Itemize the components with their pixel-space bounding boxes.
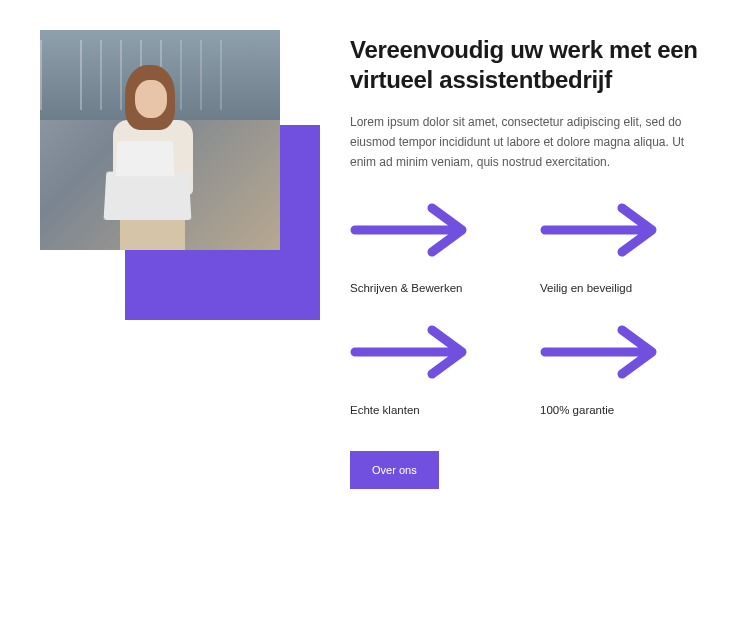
feature-label: Veilig en beveiligd: [540, 282, 710, 294]
feature-label: 100% garantie: [540, 404, 710, 416]
arrow-right-icon: [540, 202, 710, 262]
feature-guarantee: 100% garantie: [540, 324, 710, 416]
page-heading: Vereenvoudig uw werk met een virtueel as…: [350, 35, 710, 95]
feature-clients: Echte klanten: [350, 324, 520, 416]
feature-writing: Schrijven & Bewerken: [350, 202, 520, 294]
hero-image: [40, 30, 280, 250]
intro-paragraph: Lorem ipsum dolor sit amet, consectetur …: [350, 113, 710, 172]
features-grid: Schrijven & Bewerken Veilig en beveiligd…: [350, 202, 710, 416]
image-column: [40, 30, 310, 595]
feature-secure: Veilig en beveiligd: [540, 202, 710, 294]
feature-label: Echte klanten: [350, 404, 520, 416]
arrow-right-icon: [540, 324, 710, 384]
arrow-right-icon: [350, 324, 520, 384]
content-column: Vereenvoudig uw werk met een virtueel as…: [350, 30, 710, 595]
feature-label: Schrijven & Bewerken: [350, 282, 520, 294]
arrow-right-icon: [350, 202, 520, 262]
about-us-button[interactable]: Over ons: [350, 451, 439, 489]
